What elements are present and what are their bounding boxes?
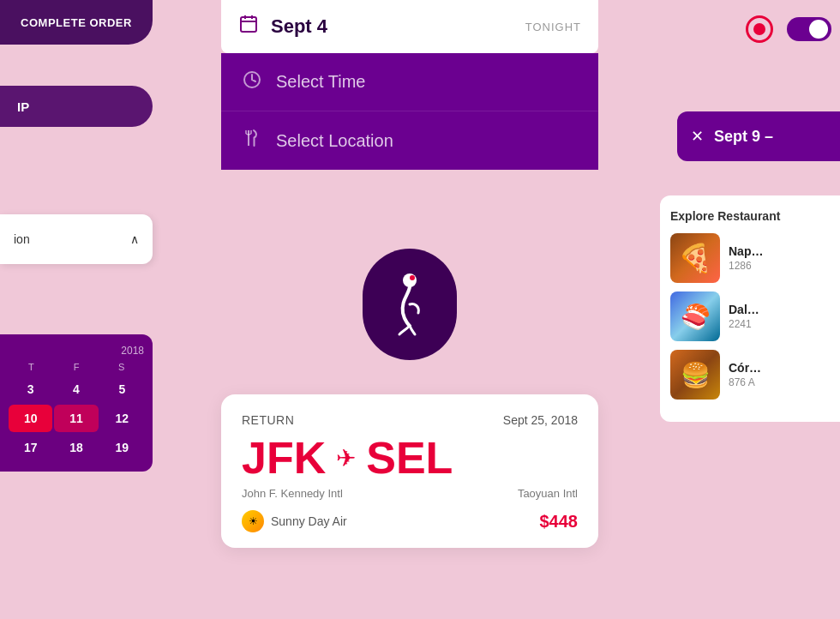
calendar-panel: 2018 T F S 3 4 5 10 11 12 17 18 19 [0, 334, 153, 472]
calendar-grid: 3 4 5 10 11 12 17 18 19 [9, 376, 144, 461]
tonight-badge: TONIGHT [525, 21, 581, 33]
restaurant-info-3: Cór… 876 A [729, 361, 761, 388]
restaurant-thumb-2 [670, 291, 720, 341]
calendar-year: 2018 [9, 345, 144, 357]
flight-header: RETURN Sept 25, 2018 [242, 413, 578, 427]
restaurant-count-3: 876 A [729, 376, 761, 388]
cal-day-19[interactable]: 19 [100, 434, 144, 461]
selected-date: Sept 4 [271, 15, 513, 38]
select-location-row[interactable]: Select Location [221, 111, 598, 170]
departure-code: JFK [242, 436, 326, 480]
date-bar[interactable]: Sept 4 TONIGHT [221, 0, 598, 53]
toggle-thumb [809, 20, 828, 39]
calendar-icon [238, 14, 259, 39]
restaurant-name-2: Dal… [729, 303, 759, 316]
explore-section: Explore Restaurant Nap… 1286 Dal… 2241 C… [660, 195, 840, 422]
sept9-date: Sept 9 – [714, 128, 773, 146]
flight-airports: John F. Kennedy Intl Taoyuan Intl [242, 487, 578, 500]
left-panel: COMPLETE ORDER IP ion ∧ 2018 T F S 3 4 5… [0, 0, 153, 619]
app-logo [363, 249, 457, 360]
calendar-header: T F S [9, 362, 144, 372]
cal-day-12[interactable]: 12 [100, 405, 144, 432]
cal-day-3[interactable]: 3 [9, 376, 52, 403]
select-location-label: Select Location [276, 131, 393, 151]
select-time-label: Select Time [276, 72, 365, 92]
restaurant-count-1: 1286 [729, 260, 763, 272]
radio-button[interactable] [746, 15, 773, 43]
airline-row: ☀ Sunny Day Air $448 [242, 510, 578, 532]
departure-airport: John F. Kennedy Intl [242, 487, 343, 500]
restaurant-item-2[interactable]: Dal… 2241 [670, 291, 830, 341]
flight-arrow-icon: ✈ [336, 444, 356, 472]
center-panel: Sept 4 TONIGHT Select Time [221, 0, 598, 170]
clock-icon [242, 69, 262, 95]
restaurant-info-1: Nap… 1286 [729, 244, 763, 272]
flamingo-icon [384, 270, 435, 339]
cal-day-17[interactable]: 17 [9, 434, 52, 461]
select-card: Select Time Select Location [221, 53, 598, 170]
cal-day-11[interactable]: 11 [54, 405, 98, 432]
airline-info: ☀ Sunny Day Air [242, 510, 347, 532]
chevron-up-icon: ∧ [130, 232, 139, 246]
restaurant-name-3: Cór… [729, 361, 761, 375]
restaurant-thumb-3 [670, 350, 720, 400]
flight-card: RETURN Sept 25, 2018 JFK ✈ SEL John F. K… [221, 394, 598, 548]
restaurant-info-2: Dal… 2241 [729, 303, 759, 330]
controls-row [746, 15, 831, 43]
cal-day-18[interactable]: 18 [54, 434, 98, 461]
close-icon[interactable]: ✕ [691, 127, 704, 146]
restaurant-item-1[interactable]: Nap… 1286 [670, 233, 830, 283]
restaurant-count-2: 2241 [729, 318, 759, 330]
flight-price: $448 [540, 512, 579, 532]
flight-date: Sept 25, 2018 [503, 413, 578, 427]
dropdown-panel[interactable]: ion ∧ [0, 214, 153, 264]
select-time-row[interactable]: Select Time [221, 53, 598, 111]
svg-point-10 [410, 275, 415, 280]
flight-route: JFK ✈ SEL [242, 436, 578, 480]
explore-title: Explore Restaurant [670, 209, 830, 223]
airline-name: Sunny Day Air [271, 514, 347, 528]
svg-rect-0 [241, 17, 256, 32]
logo-container [221, 249, 598, 360]
radio-inner [753, 23, 765, 35]
sept9-bar[interactable]: ✕ Sept 9 – [677, 111, 840, 161]
arrival-airport: Taoyuan Intl [518, 487, 578, 500]
restaurant-name-1: Nap… [729, 244, 763, 258]
restaurant-thumb-1 [670, 233, 720, 283]
complete-order-button[interactable]: COMPLETE ORDER [0, 0, 153, 45]
toggle-switch[interactable] [787, 17, 831, 41]
ip-button[interactable]: IP [0, 86, 153, 127]
return-label: RETURN [242, 413, 294, 427]
restaurant-item-3[interactable]: Cór… 876 A [670, 350, 830, 400]
right-panel: ✕ Sept 9 – Explore Restaurant Nap… 1286 … [651, 0, 840, 619]
svg-point-9 [403, 273, 417, 287]
fork-knife-icon [242, 128, 262, 153]
cal-day-5[interactable]: 5 [100, 376, 144, 403]
cal-day-10[interactable]: 10 [9, 405, 52, 432]
cal-day-4[interactable]: 4 [54, 376, 98, 403]
airline-icon: ☀ [242, 510, 264, 532]
arrival-code: SEL [366, 436, 453, 480]
